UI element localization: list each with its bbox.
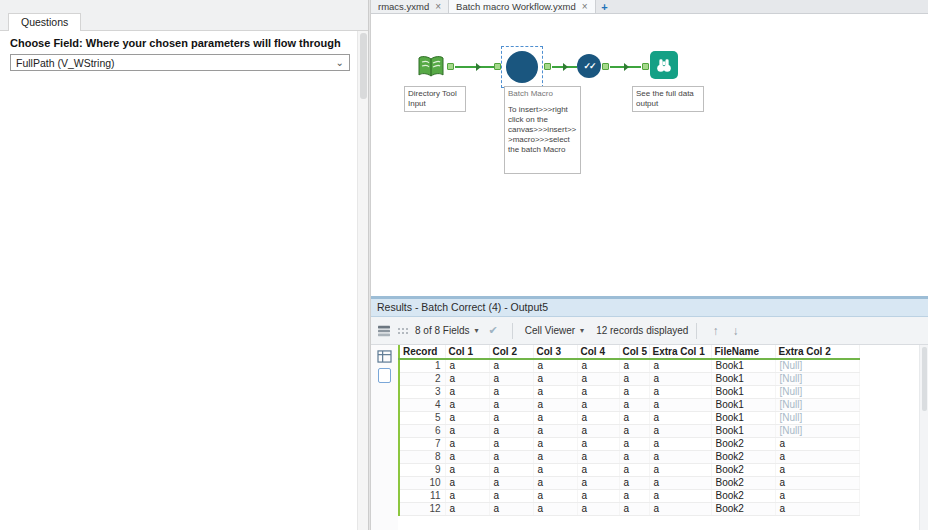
new-tab-icon[interactable]: + (596, 0, 614, 13)
table-cell[interactable]: Book1 (711, 424, 775, 437)
table-cell[interactable]: a (649, 437, 711, 450)
table-cell[interactable]: a (445, 489, 489, 502)
apply-check-icon[interactable]: ✔ (489, 324, 498, 337)
record-number[interactable]: 5 (399, 411, 445, 424)
table-cell[interactable]: a (533, 372, 577, 385)
input-anchor[interactable] (494, 63, 501, 70)
table-cell[interactable]: a (533, 411, 577, 424)
record-number[interactable]: 7 (399, 437, 445, 450)
table-cell[interactable]: a (649, 502, 711, 515)
table-cell[interactable]: a (649, 476, 711, 489)
record-number[interactable]: 6 (399, 424, 445, 437)
table-cell[interactable]: a (619, 424, 649, 437)
test-tool-node[interactable]: ✓✓ (577, 54, 601, 78)
table-cell[interactable]: a (577, 476, 619, 489)
table-cell[interactable]: [Null] (775, 424, 859, 437)
doc-tab-2[interactable]: Batch macro Workflow.yxmd × (449, 0, 596, 13)
table-cell[interactable]: a (445, 398, 489, 411)
table-cell[interactable]: a (533, 359, 577, 372)
table-cell[interactable]: [Null] (775, 398, 859, 411)
fields-dropdown[interactable]: 8 of 8 Fields ▾ (411, 322, 483, 339)
table-cell[interactable]: a (775, 502, 859, 515)
table-cell[interactable]: a (649, 463, 711, 476)
column-header-col-5[interactable]: Col 5 (619, 345, 649, 359)
table-cell[interactable]: Book2 (711, 502, 775, 515)
table-cell[interactable]: a (445, 450, 489, 463)
table-cell[interactable]: Book1 (711, 359, 775, 372)
table-cell[interactable]: a (533, 424, 577, 437)
column-header-col-3[interactable]: Col 3 (533, 345, 577, 359)
table-cell[interactable]: a (649, 372, 711, 385)
scrollbar-thumb[interactable] (360, 33, 367, 99)
column-header-filename[interactable]: FileName (711, 345, 775, 359)
table-cell[interactable]: a (649, 385, 711, 398)
table-cell[interactable]: a (577, 359, 619, 372)
table-cell[interactable]: a (445, 463, 489, 476)
connection-wire[interactable] (610, 66, 641, 68)
table-cell[interactable]: a (489, 502, 533, 515)
table-cell[interactable]: a (489, 372, 533, 385)
table-cell[interactable]: a (577, 437, 619, 450)
close-icon[interactable]: × (582, 2, 588, 12)
table-cell[interactable]: a (649, 359, 711, 372)
table-cell[interactable]: a (445, 359, 489, 372)
table-cell[interactable]: a (619, 463, 649, 476)
table-cell[interactable]: Book1 (711, 372, 775, 385)
input-anchor[interactable] (642, 63, 649, 70)
table-cell[interactable]: [Null] (775, 372, 859, 385)
record-number[interactable]: 10 (399, 476, 445, 489)
table-cell[interactable]: a (445, 502, 489, 515)
column-header-extra-col-2[interactable]: Extra Col 2 (775, 345, 859, 359)
table-cell[interactable]: a (577, 424, 619, 437)
table-cell[interactable]: a (445, 372, 489, 385)
table-cell[interactable]: a (649, 411, 711, 424)
table-cell[interactable]: a (533, 489, 577, 502)
table-cell[interactable]: a (577, 489, 619, 502)
table-cell[interactable]: a (619, 502, 649, 515)
table-cell[interactable]: a (619, 359, 649, 372)
table-cell[interactable]: a (649, 450, 711, 463)
table-cell[interactable]: a (489, 411, 533, 424)
table-cell[interactable]: a (649, 398, 711, 411)
arrow-up-icon[interactable]: ↑ (712, 324, 718, 338)
table-cell[interactable]: a (577, 502, 619, 515)
table-cell[interactable]: a (489, 489, 533, 502)
column-header-extra-col-1[interactable]: Extra Col 1 (649, 345, 711, 359)
data-pane-icon[interactable] (378, 368, 391, 383)
table-cell[interactable]: a (445, 385, 489, 398)
table-cell[interactable]: Book2 (711, 489, 775, 502)
table-cell[interactable]: a (533, 476, 577, 489)
table-view-icon[interactable] (377, 349, 393, 363)
output-anchor[interactable] (447, 63, 454, 70)
table-cell[interactable]: a (649, 424, 711, 437)
table-cell[interactable]: a (649, 489, 711, 502)
table-cell[interactable]: Book1 (711, 398, 775, 411)
field-dropdown[interactable]: FullPath (V_WString) ⌄ (10, 54, 350, 71)
table-cell[interactable]: a (533, 502, 577, 515)
table-cell[interactable]: a (489, 450, 533, 463)
record-number[interactable]: 1 (399, 359, 445, 372)
output-anchor[interactable] (544, 63, 551, 70)
table-cell[interactable]: a (619, 437, 649, 450)
record-number[interactable]: 12 (399, 502, 445, 515)
table-cell[interactable]: a (533, 450, 577, 463)
results-scrollbar[interactable] (919, 345, 928, 530)
drag-grip[interactable] (397, 327, 409, 334)
connection-wire[interactable] (552, 66, 577, 68)
record-number[interactable]: 3 (399, 385, 445, 398)
column-header-col-1[interactable]: Col 1 (445, 345, 489, 359)
table-cell[interactable]: [Null] (775, 385, 859, 398)
table-cell[interactable]: a (445, 424, 489, 437)
table-cell[interactable]: [Null] (775, 359, 859, 372)
table-cell[interactable]: Book2 (711, 450, 775, 463)
table-cell[interactable]: Book2 (711, 437, 775, 450)
table-cell[interactable]: a (533, 437, 577, 450)
table-cell[interactable]: a (489, 463, 533, 476)
table-cell[interactable]: a (489, 359, 533, 372)
table-cell[interactable]: a (577, 385, 619, 398)
record-number[interactable]: 2 (399, 372, 445, 385)
table-cell[interactable]: a (577, 450, 619, 463)
table-cell[interactable]: a (445, 411, 489, 424)
table-cell[interactable]: a (577, 398, 619, 411)
table-cell[interactable]: a (775, 476, 859, 489)
